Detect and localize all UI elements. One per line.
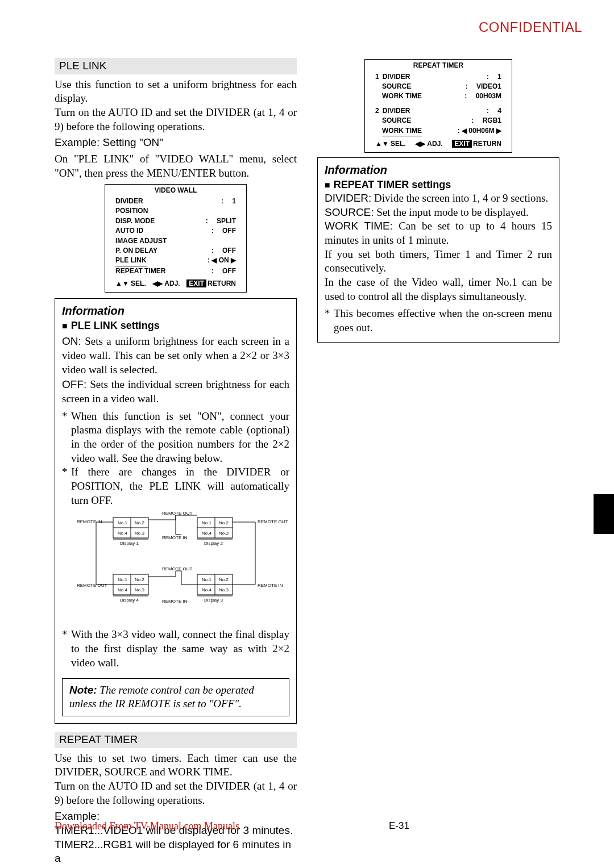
svg-text:REMOTE OUT: REMOTE OUT bbox=[162, 566, 192, 571]
note-label: Note: bbox=[69, 684, 97, 696]
diag-no3: No.3 bbox=[135, 531, 144, 536]
note-text: The remote control can be operated unles… bbox=[69, 684, 254, 710]
osd-row: 1 DIVIDER: 1 bbox=[375, 72, 501, 82]
diag-d1: Display 1 bbox=[120, 541, 139, 546]
svg-text:No.4: No.4 bbox=[202, 531, 211, 536]
svg-text:REMOTE OUT: REMOTE OUT bbox=[258, 519, 288, 524]
osd-footer: ▲▼ SEL.◀▶ ADJ.EXITRETURN bbox=[115, 276, 236, 289]
repeat-p2: Turn on the AUTO ID and set the DIVIDER … bbox=[55, 779, 297, 807]
osd-video-wall-title: VIDEO WALL bbox=[105, 185, 246, 197]
osd-row: PLE LINK: ◀ ON ▶ bbox=[115, 256, 236, 266]
osd-footer: ▲▼ SEL.◀▶ ADJ.EXITRETURN bbox=[375, 136, 501, 149]
osd-row: DISP. MODE: SPLIT bbox=[115, 216, 236, 226]
repeat-divider-line: DIVIDER: Divide the screen into 1, 4 or … bbox=[325, 191, 552, 206]
info-sub-repeat: ■REPEAT TIMER settings bbox=[325, 178, 552, 191]
asterisk-item: *When this function is set "ON", connect… bbox=[62, 410, 289, 466]
diag-remote-out: REMOTE OUT bbox=[77, 583, 107, 588]
svg-text:No.3: No.3 bbox=[219, 587, 229, 592]
repeat-timer2-line-a: TIMER2...RGB1 will be displayed for 6 mi… bbox=[55, 838, 297, 866]
svg-text:REMOTE IN: REMOTE IN bbox=[258, 583, 283, 588]
svg-text:REMOTE IN: REMOTE IN bbox=[162, 535, 188, 540]
osd-repeat-body: 1 DIVIDER: 1 SOURCE: VIDEO1 WORK TIME: 0… bbox=[365, 72, 512, 152]
ple-asterisk-list: *When this function is set "ON", connect… bbox=[62, 410, 289, 508]
info-heading-repeat: Information bbox=[325, 162, 552, 177]
left-column: PLE LINK Use this function to set a unif… bbox=[55, 56, 297, 868]
ple-link-example: Example: Setting "ON" bbox=[55, 136, 297, 150]
osd-repeat-title: REPEAT TIMER bbox=[365, 60, 512, 72]
osd-video-wall: VIDEO WALL DIVIDER: 1POSITIONDISP. MODE:… bbox=[105, 184, 247, 293]
svg-text:REMOTE OUT: REMOTE OUT bbox=[162, 512, 192, 516]
repeat-info-ast: *This becomes effective when the on-scre… bbox=[325, 307, 552, 335]
repeat-timer2-line-b: 2×2 video wall. bbox=[55, 866, 297, 868]
info-heading: Information bbox=[62, 303, 289, 318]
ple-link-p1: Use this function to set a uniform brigh… bbox=[55, 78, 297, 106]
ple-ast-3x3: *With the 3×3 video wall, connect the fi… bbox=[62, 628, 289, 670]
svg-text:No.3: No.3 bbox=[135, 587, 144, 592]
ple-on-text: ON: Sets a uniform brightness for each s… bbox=[62, 335, 289, 377]
osd-row: SOURCE: RGB1 bbox=[375, 116, 501, 126]
info-box-ple-link: Information ■PLE LINK settings ON: Sets … bbox=[55, 298, 297, 724]
page-edge-tab bbox=[594, 494, 614, 534]
page-number: E-31 bbox=[389, 820, 409, 833]
osd-row: WORK TIME: ◀ 00H06M ▶ bbox=[375, 126, 501, 136]
osd-row: IMAGE ADJUST bbox=[115, 236, 236, 246]
ple-link-p3: On "PLE LINK" of "VIDEO WALL" menu, sele… bbox=[55, 152, 297, 180]
download-footer: Downloaded From TV-Manual.com Manuals bbox=[55, 820, 239, 833]
ple-link-diagram: No.1 No.2 No.4 No.3 Display 1 No.1 No.2 … bbox=[62, 512, 289, 625]
right-column: REPEAT TIMER 1 DIVIDER: 1 SOURCE: VIDEO1… bbox=[317, 56, 559, 868]
diag-d3: Display 3 bbox=[204, 598, 223, 603]
osd-row: SOURCE: VIDEO1 bbox=[375, 82, 501, 91]
diag-no2: No.2 bbox=[135, 520, 144, 525]
ple-off-text: OFF: Sets the individual screen brightne… bbox=[62, 378, 289, 406]
asterisk-item: *If there are changes in the DIVIDER or … bbox=[62, 465, 289, 507]
svg-text:No.1: No.1 bbox=[202, 520, 211, 525]
diag-no1: No.1 bbox=[118, 520, 127, 525]
info-box-repeat: Information ■REPEAT TIMER settings DIVID… bbox=[317, 157, 559, 343]
osd-row: 2 DIVIDER: 4 bbox=[375, 106, 501, 116]
osd-row: P. ON DELAY: OFF bbox=[115, 246, 236, 256]
info-sub-ple-link: ■PLE LINK settings bbox=[62, 319, 289, 332]
repeat-source-line: SOURCE: Set the input mode to be display… bbox=[325, 206, 552, 220]
diag-d4: Display 4 bbox=[120, 598, 139, 603]
osd-row: WORK TIME: 00H03M bbox=[375, 91, 501, 101]
repeat-info-p2: In the case of the Video wall, timer No.… bbox=[325, 276, 552, 303]
osd-video-wall-body: DIVIDER: 1POSITIONDISP. MODE: SPLITAUTO … bbox=[105, 197, 246, 292]
osd-row: AUTO ID: OFF bbox=[115, 226, 236, 236]
svg-text:No.3: No.3 bbox=[219, 531, 229, 536]
repeat-p1: Use this to set two timers. Each timer c… bbox=[55, 752, 297, 779]
svg-text:REMOTE IN: REMOTE IN bbox=[162, 599, 188, 604]
ple-link-p2: Turn on the AUTO ID and set the DIVIDER … bbox=[55, 106, 297, 133]
svg-text:No.2: No.2 bbox=[219, 520, 229, 525]
watermark-confidential: CONFIDENTIAL bbox=[479, 18, 582, 36]
svg-text:No.4: No.4 bbox=[202, 587, 211, 592]
diag-no4: No.4 bbox=[118, 531, 127, 536]
diag-d2: Display 2 bbox=[204, 541, 223, 546]
svg-text:No.1: No.1 bbox=[118, 577, 127, 582]
svg-text:No.2: No.2 bbox=[219, 577, 229, 582]
svg-text:No.4: No.4 bbox=[118, 587, 127, 592]
section-title-ple-link: PLE LINK bbox=[55, 58, 297, 74]
diag-remote-in: REMOTE IN bbox=[77, 519, 102, 524]
osd-row: REPEAT TIMER: OFF bbox=[115, 266, 236, 276]
note-box: Note: The remote control can be operated… bbox=[62, 678, 289, 716]
repeat-worktime-line: WORK TIME: Can be set to up to 4 hours 1… bbox=[325, 219, 552, 247]
osd-row: POSITION bbox=[115, 206, 236, 216]
svg-text:No.2: No.2 bbox=[135, 577, 144, 582]
osd-row: DIVIDER: 1 bbox=[115, 197, 236, 206]
svg-text:No.1: No.1 bbox=[202, 577, 211, 582]
section-title-repeat-timer: REPEAT TIMER bbox=[55, 732, 297, 748]
osd-repeat-timer: REPEAT TIMER 1 DIVIDER: 1 SOURCE: VIDEO1… bbox=[364, 59, 512, 153]
repeat-info-p1: If you set both timers, Timer 1 and Time… bbox=[325, 248, 552, 276]
